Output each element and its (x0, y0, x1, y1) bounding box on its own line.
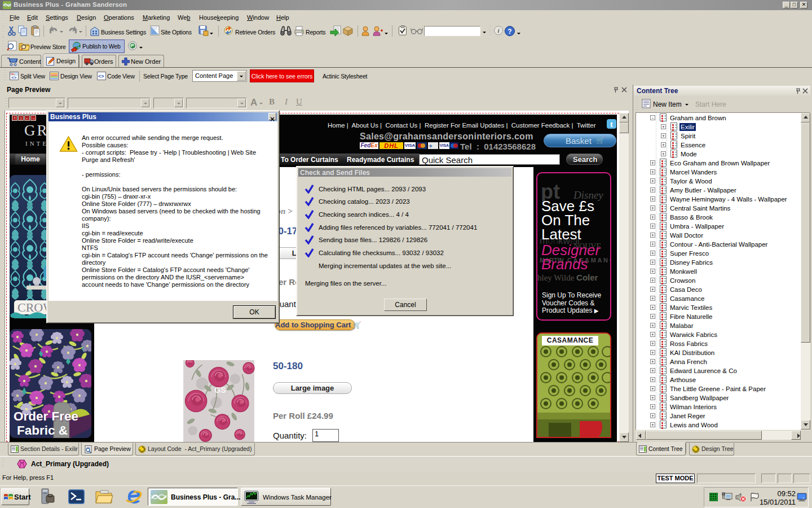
svg-text:<>: <> (11, 75, 17, 80)
svg-text:<>: <> (98, 73, 104, 79)
svg-text:Order Free: Order Free (14, 409, 78, 423)
svg-text:?: ? (508, 28, 511, 36)
svg-text:GS: GS (214, 386, 226, 395)
svg-text:Fabric &: Fabric & (17, 423, 68, 437)
svg-text:z: z (802, 496, 804, 500)
